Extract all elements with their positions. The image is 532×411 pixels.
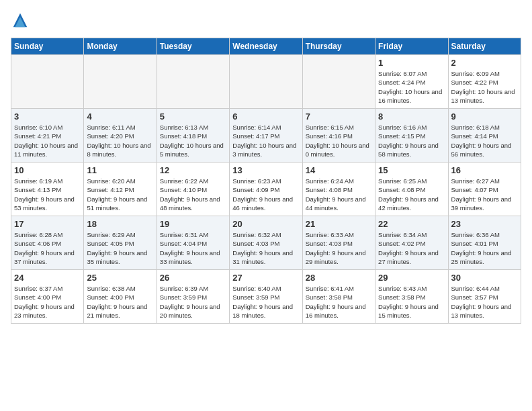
day-number: 9: [451, 111, 518, 122]
day-number: 2: [451, 58, 518, 68]
day-info: Sunrise: 6:39 AM Sunset: 3:59 PM Dayligh…: [160, 284, 226, 320]
day-number: 25: [87, 273, 153, 283]
calendar-cell: 8Sunrise: 6:16 AM Sunset: 4:15 PM Daylig…: [375, 109, 448, 163]
day-info: Sunrise: 6:38 AM Sunset: 4:00 PM Dayligh…: [87, 284, 153, 320]
day-number: 13: [232, 165, 299, 175]
calendar-cell: 30Sunrise: 6:44 AM Sunset: 3:57 PM Dayli…: [448, 270, 521, 324]
day-number: 30: [451, 273, 518, 283]
calendar-cell: [302, 55, 375, 109]
day-number: 16: [451, 165, 518, 175]
calendar-cell: 19Sunrise: 6:31 AM Sunset: 4:04 PM Dayli…: [157, 216, 229, 270]
logo: [11, 11, 32, 30]
day-number: 15: [378, 165, 445, 175]
calendar-cell: [230, 55, 302, 109]
header-day: Saturday: [448, 38, 521, 55]
calendar-week: 24Sunrise: 6:37 AM Sunset: 4:00 PM Dayli…: [11, 270, 521, 324]
day-info: Sunrise: 6:37 AM Sunset: 4:00 PM Dayligh…: [14, 284, 81, 320]
header-day: Wednesday: [230, 38, 302, 55]
calendar-cell: 7Sunrise: 6:15 AM Sunset: 4:16 PM Daylig…: [302, 109, 375, 163]
header-day: Friday: [375, 38, 448, 55]
calendar-cell: 21Sunrise: 6:33 AM Sunset: 4:03 PM Dayli…: [302, 216, 375, 270]
day-info: Sunrise: 6:25 AM Sunset: 4:08 PM Dayligh…: [378, 177, 445, 212]
header-row: SundayMondayTuesdayWednesdayThursdayFrid…: [11, 38, 521, 55]
calendar-cell: 18Sunrise: 6:29 AM Sunset: 4:05 PM Dayli…: [84, 216, 157, 270]
day-number: 5: [160, 111, 226, 122]
calendar-cell: 23Sunrise: 6:36 AM Sunset: 4:01 PM Dayli…: [448, 216, 521, 270]
day-number: 3: [14, 111, 81, 122]
day-info: Sunrise: 6:29 AM Sunset: 4:05 PM Dayligh…: [87, 230, 153, 266]
calendar-cell: 10Sunrise: 6:19 AM Sunset: 4:13 PM Dayli…: [11, 163, 84, 216]
day-info: Sunrise: 6:22 AM Sunset: 4:10 PM Dayligh…: [160, 177, 226, 212]
day-info: Sunrise: 6:15 AM Sunset: 4:16 PM Dayligh…: [306, 123, 372, 158]
calendar-cell: 17Sunrise: 6:28 AM Sunset: 4:06 PM Dayli…: [11, 216, 84, 270]
day-number: 23: [451, 219, 518, 229]
day-number: 7: [306, 111, 372, 122]
calendar-cell: 6Sunrise: 6:14 AM Sunset: 4:17 PM Daylig…: [230, 109, 302, 163]
calendar-week: 17Sunrise: 6:28 AM Sunset: 4:06 PM Dayli…: [11, 216, 521, 270]
day-info: Sunrise: 6:32 AM Sunset: 4:03 PM Dayligh…: [232, 230, 299, 266]
calendar-cell: 9Sunrise: 6:18 AM Sunset: 4:14 PM Daylig…: [448, 109, 521, 163]
day-info: Sunrise: 6:33 AM Sunset: 4:03 PM Dayligh…: [306, 230, 372, 266]
day-number: 29: [378, 273, 445, 283]
calendar-cell: [157, 55, 229, 109]
calendar-cell: 22Sunrise: 6:34 AM Sunset: 4:02 PM Dayli…: [375, 216, 448, 270]
calendar-cell: [11, 55, 84, 109]
day-info: Sunrise: 6:27 AM Sunset: 4:07 PM Dayligh…: [451, 177, 518, 212]
day-info: Sunrise: 6:40 AM Sunset: 3:59 PM Dayligh…: [232, 284, 299, 320]
day-info: Sunrise: 6:23 AM Sunset: 4:09 PM Dayligh…: [232, 177, 299, 212]
day-info: Sunrise: 6:14 AM Sunset: 4:17 PM Dayligh…: [232, 123, 299, 158]
calendar-cell: 3Sunrise: 6:10 AM Sunset: 4:21 PM Daylig…: [11, 109, 84, 163]
day-info: Sunrise: 6:44 AM Sunset: 3:57 PM Dayligh…: [451, 284, 518, 320]
calendar-cell: 25Sunrise: 6:38 AM Sunset: 4:00 PM Dayli…: [84, 270, 157, 324]
day-number: 24: [14, 273, 81, 283]
day-number: 27: [232, 273, 299, 283]
day-number: 4: [87, 111, 153, 122]
day-number: 1: [378, 58, 445, 68]
header-day: Sunday: [11, 38, 84, 55]
calendar-cell: 11Sunrise: 6:20 AM Sunset: 4:12 PM Dayli…: [84, 163, 157, 216]
calendar-cell: 29Sunrise: 6:43 AM Sunset: 3:58 PM Dayli…: [375, 270, 448, 324]
calendar-cell: [84, 55, 157, 109]
day-info: Sunrise: 6:28 AM Sunset: 4:06 PM Dayligh…: [14, 230, 81, 266]
day-number: 8: [378, 111, 445, 122]
calendar-cell: 16Sunrise: 6:27 AM Sunset: 4:07 PM Dayli…: [448, 163, 521, 216]
day-number: 20: [232, 219, 299, 229]
header-day: Monday: [84, 38, 157, 55]
day-number: 6: [232, 111, 299, 122]
day-info: Sunrise: 6:07 AM Sunset: 4:24 PM Dayligh…: [378, 69, 445, 105]
day-number: 17: [14, 219, 81, 229]
day-number: 14: [306, 165, 372, 175]
calendar-cell: 14Sunrise: 6:24 AM Sunset: 4:08 PM Dayli…: [302, 163, 375, 216]
calendar-cell: 2Sunrise: 6:09 AM Sunset: 4:22 PM Daylig…: [448, 55, 521, 109]
day-info: Sunrise: 6:20 AM Sunset: 4:12 PM Dayligh…: [87, 177, 153, 212]
day-info: Sunrise: 6:31 AM Sunset: 4:04 PM Dayligh…: [160, 230, 226, 266]
calendar-cell: 24Sunrise: 6:37 AM Sunset: 4:00 PM Dayli…: [11, 270, 84, 324]
day-number: 10: [14, 165, 81, 175]
day-info: Sunrise: 6:41 AM Sunset: 3:58 PM Dayligh…: [306, 284, 372, 320]
calendar-cell: 20Sunrise: 6:32 AM Sunset: 4:03 PM Dayli…: [230, 216, 302, 270]
calendar-cell: 12Sunrise: 6:22 AM Sunset: 4:10 PM Dayli…: [157, 163, 229, 216]
day-number: 26: [160, 273, 226, 283]
day-number: 12: [160, 165, 226, 175]
calendar-week: 10Sunrise: 6:19 AM Sunset: 4:13 PM Dayli…: [11, 163, 521, 216]
calendar-cell: 27Sunrise: 6:40 AM Sunset: 3:59 PM Dayli…: [230, 270, 302, 324]
calendar-cell: 28Sunrise: 6:41 AM Sunset: 3:58 PM Dayli…: [302, 270, 375, 324]
day-number: 11: [87, 165, 153, 175]
day-info: Sunrise: 6:13 AM Sunset: 4:18 PM Dayligh…: [160, 123, 226, 158]
calendar-cell: 1Sunrise: 6:07 AM Sunset: 4:24 PM Daylig…: [375, 55, 448, 109]
day-info: Sunrise: 6:43 AM Sunset: 3:58 PM Dayligh…: [378, 284, 445, 320]
day-info: Sunrise: 6:16 AM Sunset: 4:15 PM Dayligh…: [378, 123, 445, 158]
page-header: [11, 11, 521, 30]
day-number: 18: [87, 219, 153, 229]
header-day: Tuesday: [157, 38, 229, 55]
day-info: Sunrise: 6:11 AM Sunset: 4:20 PM Dayligh…: [87, 123, 153, 158]
calendar-cell: 4Sunrise: 6:11 AM Sunset: 4:20 PM Daylig…: [84, 109, 157, 163]
day-info: Sunrise: 6:36 AM Sunset: 4:01 PM Dayligh…: [451, 230, 518, 266]
day-info: Sunrise: 6:18 AM Sunset: 4:14 PM Dayligh…: [451, 123, 518, 158]
day-info: Sunrise: 6:10 AM Sunset: 4:21 PM Dayligh…: [14, 123, 81, 158]
calendar-cell: 26Sunrise: 6:39 AM Sunset: 3:59 PM Dayli…: [157, 270, 229, 324]
calendar-week: 3Sunrise: 6:10 AM Sunset: 4:21 PM Daylig…: [11, 109, 521, 163]
day-info: Sunrise: 6:34 AM Sunset: 4:02 PM Dayligh…: [378, 230, 445, 266]
header-day: Thursday: [302, 38, 375, 55]
day-number: 28: [306, 273, 372, 283]
